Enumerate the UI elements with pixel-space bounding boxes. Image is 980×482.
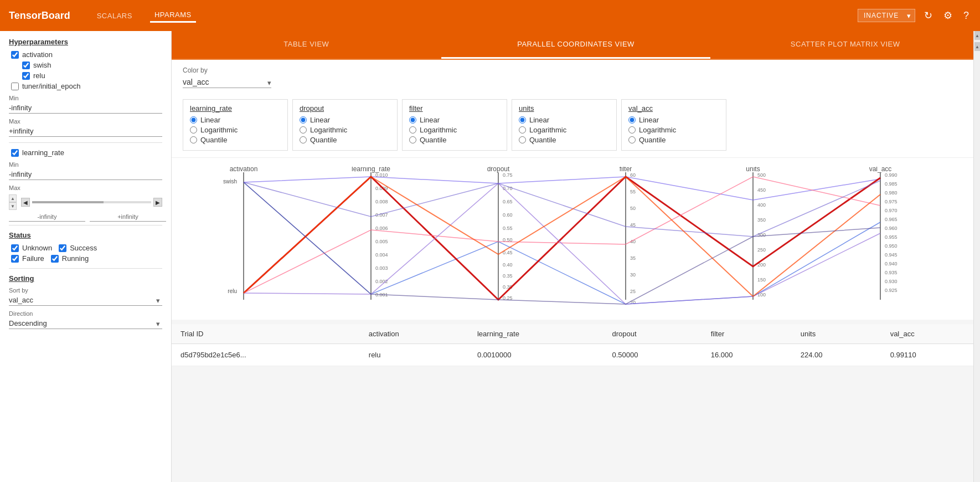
failure-checkbox[interactable] [11, 255, 19, 263]
running-label: Running [62, 254, 89, 263]
cell-filter: 16.000 [702, 344, 792, 366]
valacc-linear-radio[interactable] [628, 116, 636, 124]
svg-text:0.980: 0.980 [885, 190, 898, 196]
dropout-quantile-radio-row: Quantile [300, 136, 390, 144]
filter-log-radio-row: Logarithmic [409, 126, 500, 134]
swish-checkbox[interactable] [22, 61, 30, 69]
lr-linear-radio[interactable] [190, 116, 197, 124]
status-row-1: Unknown Success [9, 244, 162, 252]
range-left-input[interactable] [9, 212, 85, 222]
svg-text:60: 60 [630, 172, 636, 178]
col-val-acc: val_acc [881, 324, 980, 344]
tab-table-view[interactable]: TABLE VIEW [172, 31, 441, 59]
unknown-label: Unknown [22, 244, 52, 252]
tuner-checkbox-row: tuner/initial_epoch [9, 82, 162, 90]
svg-text:250: 250 [757, 247, 766, 253]
svg-text:0.975: 0.975 [885, 199, 898, 204]
relu-checkbox-row: relu [9, 71, 162, 80]
valacc-log-label: Logarithmic [639, 126, 676, 134]
chart-section: activation learning_rate dropout filter … [172, 158, 980, 320]
direction-label: Direction [9, 310, 162, 317]
svg-text:0.35: 0.35 [503, 273, 513, 279]
valacc-quantile-radio[interactable] [628, 136, 636, 143]
lr-max-label: Max [9, 184, 162, 191]
color-by-label: Color by [183, 66, 969, 74]
color-by-section: Color by val_acc activation learning_rat… [172, 60, 980, 95]
range-right-input[interactable] [90, 212, 166, 222]
dropout-linear-label: Linear [310, 116, 330, 124]
slider-right-arrow[interactable]: ▶ [153, 198, 162, 207]
axis-name-learning-rate: learning_rate [190, 104, 281, 112]
lr-quantile-radio[interactable] [190, 136, 197, 143]
col-units: units [792, 324, 881, 344]
scrollbar-up-arrow[interactable]: ▲ [974, 31, 980, 40]
slider-left-arrow[interactable]: ◀ [21, 198, 30, 207]
status-select[interactable]: INACTIVE ACTIVE [858, 9, 915, 22]
scroll-down-arrow[interactable]: ▼ [9, 202, 17, 210]
table-section: Trial ID activation learning_rate dropou… [172, 324, 980, 366]
svg-text:25: 25 [630, 289, 636, 294]
svg-text:0.925: 0.925 [885, 288, 898, 293]
activation-checkbox[interactable] [11, 51, 19, 59]
svg-text:400: 400 [757, 202, 766, 208]
app-logo: TensorBoard [9, 10, 70, 22]
svg-text:0.003: 0.003 [375, 265, 388, 271]
unknown-checkbox[interactable] [11, 244, 19, 252]
sort-by-select[interactable]: val_acc activation learning_rate dropout… [9, 295, 162, 306]
activation-label: activation [22, 50, 53, 59]
axes-controls: learning_rate Linear Logarithmic Quantil… [172, 95, 980, 158]
direction-select[interactable]: Descending Ascending [9, 318, 162, 329]
activation-min-input[interactable] [9, 102, 162, 114]
tab-scatter-plot[interactable]: SCATTER PLOT MATRIX VIEW [710, 31, 980, 59]
tuner-checkbox[interactable] [11, 83, 19, 90]
scrollbar-down-arrow[interactable]: ▲ [974, 42, 980, 51]
svg-text:activation: activation [230, 167, 258, 173]
relu-checkbox[interactable] [22, 72, 30, 80]
unknown-checkbox-row: Unknown [9, 244, 52, 252]
axis-name-units: units [519, 104, 610, 112]
scroll-up-arrow[interactable]: ▲ [9, 194, 17, 202]
lr-min-input[interactable] [9, 169, 162, 180]
lr-log-radio[interactable] [190, 126, 197, 134]
dropout-linear-radio[interactable] [300, 116, 307, 124]
valacc-linear-radio-row: Linear [628, 116, 719, 124]
lr-quantile-label: Quantile [200, 136, 227, 144]
hyperparameters-title: Hyperparameters [9, 38, 162, 46]
success-checkbox[interactable] [59, 244, 66, 252]
color-by-select[interactable]: val_acc activation learning_rate dropout… [183, 76, 271, 88]
units-quantile-radio-row: Quantile [519, 136, 610, 144]
svg-text:0.970: 0.970 [885, 208, 898, 213]
svg-text:500: 500 [757, 172, 766, 178]
learning-rate-checkbox[interactable] [11, 149, 19, 157]
svg-text:0.960: 0.960 [885, 225, 898, 231]
svg-text:0.990: 0.990 [885, 172, 898, 178]
valacc-log-radio[interactable] [628, 126, 636, 134]
help-icon[interactable]: ? [961, 8, 971, 24]
cell-activation: relu [360, 344, 468, 366]
direction-select-wrap: Descending Ascending [9, 318, 162, 329]
svg-text:0.40: 0.40 [503, 262, 513, 268]
dropout-quantile-radio[interactable] [300, 136, 307, 143]
svg-text:30: 30 [630, 272, 636, 278]
activation-max-input[interactable] [9, 126, 162, 137]
filter-quantile-radio[interactable] [409, 136, 416, 143]
nav-hparams[interactable]: HPARAMS [150, 8, 196, 23]
color-by-wrap: val_acc activation learning_rate dropout… [183, 76, 271, 88]
filter-log-radio[interactable] [409, 126, 416, 134]
filter-linear-radio[interactable] [409, 116, 416, 124]
svg-text:350: 350 [757, 217, 766, 223]
nav-scalars[interactable]: SCALARS [92, 9, 137, 22]
running-checkbox[interactable] [51, 255, 59, 263]
dropout-log-radio[interactable] [300, 126, 307, 134]
refresh-icon[interactable]: ↻ [922, 7, 935, 24]
table-row[interactable]: d5d795bd2e1c5e6... relu 0.0010000 0.5000… [172, 344, 980, 366]
units-log-radio[interactable] [519, 126, 526, 134]
units-linear-radio[interactable] [519, 116, 526, 124]
svg-text:0.55: 0.55 [503, 225, 513, 231]
settings-icon[interactable]: ⚙ [941, 7, 955, 24]
tab-parallel-coordinates[interactable]: PARALLEL COORDINATES VIEW [441, 31, 711, 59]
axis-card-filter: filter Linear Logarithmic Quantile [402, 99, 507, 151]
col-trial-id: Trial ID [172, 324, 360, 344]
units-quantile-radio[interactable] [519, 136, 526, 143]
results-table: Trial ID activation learning_rate dropou… [172, 324, 980, 366]
